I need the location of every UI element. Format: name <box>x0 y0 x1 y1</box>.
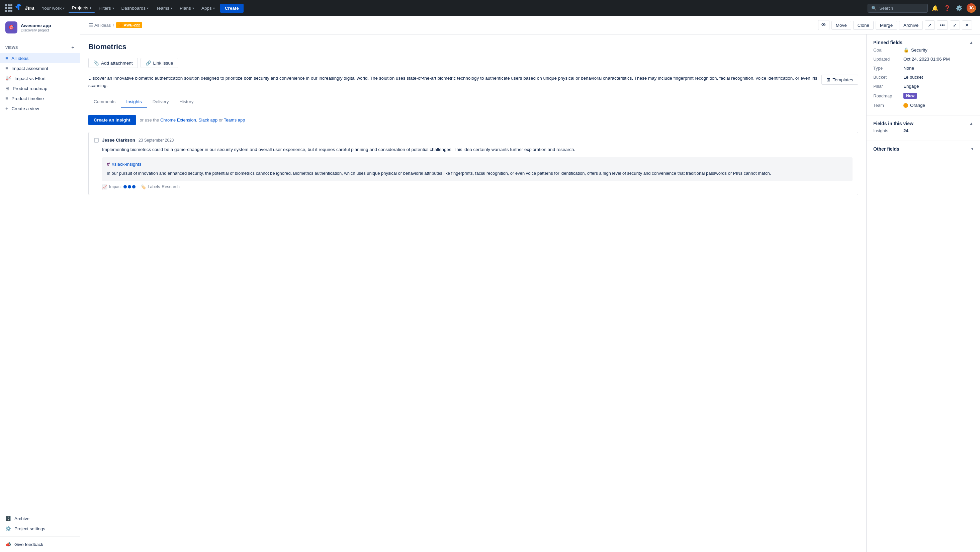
chevron-down-icon: ▾ <box>147 6 148 10</box>
project-info: Awesome app Discovery project <box>21 23 51 32</box>
fields-in-view-header[interactable]: Fields in this view ▲ <box>873 121 973 126</box>
impact-tag: 📈 Impact <box>102 185 135 190</box>
chevron-down-icon: ▾ <box>90 6 91 10</box>
sidebar-item-archive[interactable]: 🗄️ Archive <box>0 514 80 523</box>
insight-checkbox[interactable] <box>94 138 99 143</box>
nav-projects[interactable]: Projects ▾ <box>68 3 95 13</box>
issue-description: Discover an innovative biometric authent… <box>88 75 858 89</box>
updated-label: Updated <box>873 57 904 62</box>
top-navigation: Jira Your work ▾ Projects ▾ Filters ▾ Da… <box>0 0 980 16</box>
sidebar-item-all-ideas[interactable]: ≡ All ideas <box>0 53 80 63</box>
nav-dashboards[interactable]: Dashboards ▾ <box>118 4 152 13</box>
project-header[interactable]: 🎯 Awesome app Discovery project <box>0 16 80 39</box>
chevron-down-icon: ▾ <box>171 6 172 10</box>
issue-title: Biometrics <box>88 43 858 51</box>
slack-app-link[interactable]: Slack app <box>199 118 218 123</box>
chrome-extension-link[interactable]: Chrome Extension <box>160 118 196 123</box>
roadmap-badge: Now <box>904 93 917 99</box>
clone-button[interactable]: Clone <box>853 21 873 30</box>
impact-dot-3 <box>132 185 135 188</box>
create-insight-button[interactable]: Create an insight <box>88 115 136 125</box>
move-button[interactable]: Move <box>832 21 851 30</box>
sidebar-item-feedback[interactable]: 📣 Give feedback <box>0 539 80 549</box>
bucket-value: Le bucket <box>904 75 923 80</box>
tab-history[interactable]: History <box>174 96 199 108</box>
slack-channel-link[interactable]: #slack-insights <box>112 162 142 167</box>
notifications-icon[interactable]: 🔔 <box>931 4 940 13</box>
nav-filters[interactable]: Filters ▾ <box>95 4 118 13</box>
breadcrumb: ☰ All ideas / 🔶 AWE-222 <box>88 22 142 29</box>
tab-delivery[interactable]: Delivery <box>147 96 174 108</box>
watch-button[interactable]: 👁 <box>818 20 829 30</box>
sidebar-item-product-roadmap[interactable]: ⊞ Product roadmap <box>0 83 80 93</box>
jira-logo[interactable]: Jira <box>15 4 34 12</box>
detail-sidebar: Pinned fields ▲ Goal 🔒 Security Updated … <box>866 35 980 552</box>
search-box[interactable]: 🔍 Search <box>867 4 928 13</box>
impact-dot-1 <box>124 185 127 188</box>
link-issue-button[interactable]: 🔗 Link issue <box>140 58 178 68</box>
issue-icon: 🔶 <box>118 23 123 27</box>
share-button[interactable]: ↗ <box>925 21 935 30</box>
breadcrumb-all-ideas[interactable]: ☰ All ideas <box>88 22 111 29</box>
plus-icon: + <box>5 106 8 111</box>
add-attachment-button[interactable]: 📎 Add attachment <box>88 58 138 68</box>
list-icon: ≡ <box>5 56 8 61</box>
tab-insights[interactable]: Insights <box>121 96 147 108</box>
other-fields-header[interactable]: Other fields ▾ <box>873 146 973 152</box>
nav-your-work[interactable]: Your work ▾ <box>38 4 68 13</box>
user-avatar[interactable]: JC <box>967 3 976 13</box>
chevron-up-icon: ▲ <box>969 121 973 126</box>
tab-comments[interactable]: Comments <box>88 96 121 108</box>
close-button[interactable]: ✕ <box>962 21 972 30</box>
insight-item-header: Jesse Clarkson 23 September 2023 <box>94 137 853 143</box>
expand-button[interactable]: ⤢ <box>950 21 960 30</box>
insights-label: Insights <box>873 128 904 133</box>
create-button[interactable]: Create <box>220 4 243 13</box>
topbar-actions: 👁 Move Clone Merge Archive ↗ ••• ⤢ ✕ <box>818 20 972 30</box>
field-row-insights: Insights 24 <box>873 126 973 135</box>
settings-icon[interactable]: ⚙️ <box>955 4 964 13</box>
add-view-icon[interactable]: + <box>71 45 75 51</box>
issue-badge: 🔶 AWE-222 <box>116 22 142 28</box>
share-icon: ↗ <box>928 22 932 28</box>
pinned-fields-header[interactable]: Pinned fields ▲ <box>873 40 973 45</box>
sidebar: 🎯 Awesome app Discovery project VIEWS + … <box>0 16 80 552</box>
sidebar-item-create-view[interactable]: + Create a view <box>0 104 80 113</box>
insight-source-text: In our pursuit of innovation and enhance… <box>107 170 848 177</box>
pillar-label: Pillar <box>873 84 904 89</box>
insight-item: Jesse Clarkson 23 September 2023 Impleme… <box>88 132 858 195</box>
pinned-fields-title: Pinned fields <box>873 40 902 45</box>
nav-apps[interactable]: Apps ▾ <box>198 4 218 13</box>
sidebar-item-impact-effort[interactable]: 📈 Impact vs Effort <box>0 73 80 83</box>
breadcrumb-separator: / <box>113 23 114 28</box>
other-fields-title: Other fields <box>873 146 899 152</box>
type-label: Type <box>873 65 904 71</box>
attachment-icon: 📎 <box>93 60 99 65</box>
main-content: ☰ All ideas / 🔶 AWE-222 👁 Move Clone Mer… <box>80 16 980 552</box>
help-icon[interactable]: ❓ <box>942 4 952 13</box>
more-options-button[interactable]: ••• <box>937 21 948 30</box>
expand-icon: ⤢ <box>953 22 957 28</box>
archive-button[interactable]: Archive <box>899 21 923 30</box>
link-icon: 🔗 <box>146 60 151 65</box>
nav-teams[interactable]: Teams ▾ <box>153 4 176 13</box>
sidebar-item-impact-assessment[interactable]: ≡ Impact assesment <box>0 63 80 73</box>
bucket-label: Bucket <box>873 75 904 80</box>
app-grid-icon[interactable] <box>4 3 13 13</box>
nav-plans[interactable]: Plans ▾ <box>176 4 197 13</box>
templates-button[interactable]: ⊞ Templates <box>821 75 858 85</box>
chevron-down-icon: ▾ <box>113 6 114 10</box>
sidebar-item-label: Product roadmap <box>13 86 48 91</box>
sidebar-item-label: Give feedback <box>14 542 43 547</box>
sidebar-item-project-settings[interactable]: ⚙️ Project settings <box>0 523 80 534</box>
type-value: None <box>904 65 914 71</box>
templates-icon: ⊞ <box>826 77 830 82</box>
team-color-dot <box>904 103 908 108</box>
logo-text: Jira <box>25 5 34 11</box>
sidebar-item-product-timeline[interactable]: ≡ Product timeline <box>0 93 80 104</box>
chevron-down-icon: ▾ <box>213 6 215 10</box>
merge-button[interactable]: Merge <box>876 21 897 30</box>
teams-app-link[interactable]: Teams app <box>224 118 245 123</box>
team-label: Team <box>873 103 904 108</box>
team-value: Orange <box>904 103 925 108</box>
